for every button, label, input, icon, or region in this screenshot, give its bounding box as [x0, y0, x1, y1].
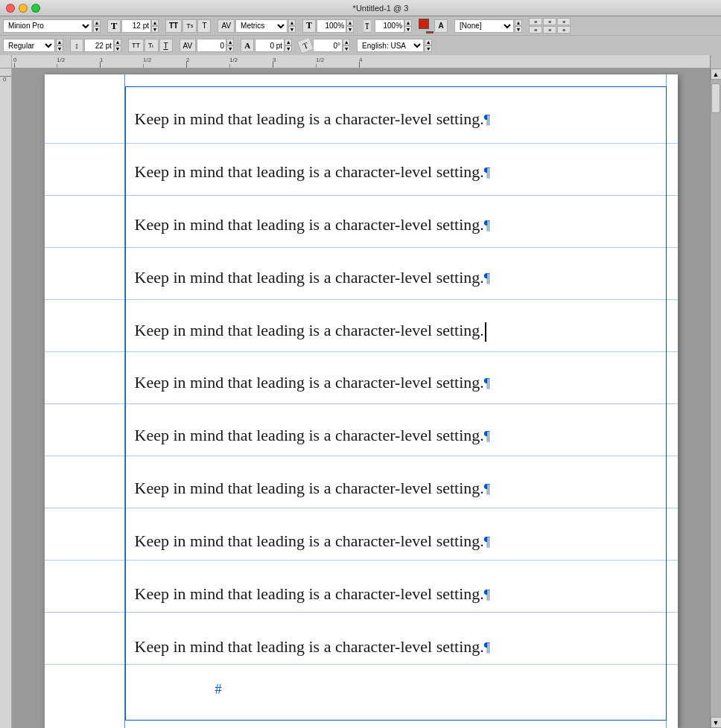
font-family-spinner[interactable]: ▲ ▼	[93, 19, 101, 33]
text-frame[interactable]: Keep in mind that leading is a character…	[125, 86, 667, 721]
align-justify3-button[interactable]: ≡	[557, 26, 571, 33]
hscale-input[interactable]	[317, 19, 346, 33]
scroll-down-button[interactable]: ▼	[711, 717, 722, 728]
leading-icon: ↕	[70, 39, 83, 52]
text-line-3: Keep in mind that leading is a character…	[135, 199, 657, 252]
minimize-button[interactable]	[19, 4, 28, 13]
kerning-input-group: ▲ ▼	[197, 39, 234, 52]
rotation-down[interactable]: ▼	[343, 45, 350, 52]
language-select[interactable]: English: USA	[357, 39, 424, 52]
align-left-button[interactable]: ≡	[529, 18, 542, 25]
text-content: Keep in mind that leading is a character…	[126, 87, 666, 680]
font-style-select[interactable]: Regular	[3, 39, 55, 52]
window-controls[interactable]	[6, 4, 40, 13]
av-kerning-button[interactable]: AV	[180, 39, 197, 52]
kerning-input[interactable]	[197, 39, 226, 52]
leading-up[interactable]: ▲	[114, 39, 121, 45]
vscale-down[interactable]: ▼	[404, 26, 412, 33]
vscale-up[interactable]: ▲	[404, 19, 412, 26]
font-size-input[interactable]	[121, 19, 151, 33]
vscale-input-group: ▲ ▼	[375, 19, 412, 33]
pilcrow-3: ¶	[484, 218, 490, 233]
font-size-up[interactable]: ▲	[151, 19, 159, 26]
rotation-up[interactable]: ▲	[343, 39, 350, 45]
all-caps-button[interactable]: TT	[128, 39, 144, 52]
font-size-spinner[interactable]: ▲ ▼	[151, 19, 159, 33]
baseline-group: A ▲ ▼	[241, 37, 296, 54]
kerning-down[interactable]: ▼	[226, 45, 234, 52]
rotation-icon: T	[297, 36, 314, 54]
ruler-right-spacer	[710, 55, 721, 68]
kerning-spinner[interactable]: ▲ ▼	[226, 39, 234, 52]
none-spinner[interactable]: ▲ ▼	[515, 19, 522, 33]
leading-spinner[interactable]: ▲ ▼	[114, 39, 121, 52]
align-center-button[interactable]: ≡	[543, 18, 556, 25]
toolbar-row1: Minion Pro ▲ ▼ T ▲ ▼ TT Ts T AV Metrics …	[0, 16, 721, 36]
maximize-button[interactable]	[31, 4, 40, 13]
leading-input-group: ▲ ▼	[84, 39, 121, 52]
text-line-5: Keep in mind that leading is a character…	[135, 304, 657, 357]
text-line-10: Keep in mind that leading is a character…	[135, 568, 657, 621]
language-group: English: USA ▲ ▼	[357, 37, 436, 54]
close-button[interactable]	[6, 4, 15, 13]
style-spinner[interactable]: ▲ ▼	[56, 39, 63, 52]
leading-down[interactable]: ▼	[114, 45, 121, 52]
rotation-input[interactable]	[313, 39, 343, 52]
horizontal-ruler: 0 1/2 1 1/2 2 1/2 3 1/2 4	[12, 55, 710, 68]
metrics-down[interactable]: ▼	[288, 26, 296, 33]
rotation-group: T ▲ ▼	[299, 37, 354, 54]
none-down[interactable]: ▼	[515, 26, 522, 33]
pilcrow-7: ¶	[484, 429, 490, 444]
metrics-select[interactable]: Metrics	[235, 19, 288, 33]
lang-down[interactable]: ▼	[425, 45, 432, 52]
hscale-up[interactable]: ▲	[346, 19, 354, 26]
baseline-up[interactable]: ▲	[285, 39, 292, 45]
font-family-up[interactable]: ▲	[93, 19, 101, 26]
scroll-thumb[interactable]	[711, 83, 720, 113]
metrics-spinner[interactable]: ▲ ▼	[288, 19, 296, 33]
font-family-down[interactable]: ▼	[93, 26, 101, 33]
vscale-spinner[interactable]: ▲ ▼	[404, 19, 412, 33]
metrics-up[interactable]: ▲	[288, 19, 296, 26]
style-down[interactable]: ▼	[56, 45, 63, 52]
none-up[interactable]: ▲	[515, 19, 522, 26]
hscale-down[interactable]: ▼	[346, 26, 354, 33]
fill-color-indicator[interactable]	[419, 19, 433, 33]
baseline-input-group: ▲ ▼	[255, 39, 292, 52]
baseline-down[interactable]: ▼	[285, 45, 292, 52]
baseline-spinner[interactable]: ▲ ▼	[285, 39, 292, 52]
lang-spinner[interactable]: ▲ ▼	[425, 39, 432, 52]
align-justify2-button[interactable]: ≡	[543, 26, 556, 33]
font-size-down[interactable]: ▼	[151, 26, 159, 33]
vertical-scrollbar[interactable]: ▲ ▼	[710, 68, 721, 728]
none-group: [None] ▲ ▼	[454, 18, 526, 34]
style-up[interactable]: ▲	[56, 39, 63, 45]
vscale-input[interactable]	[375, 19, 404, 33]
kerning-up[interactable]: ▲	[226, 39, 234, 45]
av-button[interactable]: AV	[217, 19, 235, 33]
kerning-group: AV ▲ ▼	[180, 37, 238, 54]
none-select[interactable]: [None]	[454, 19, 514, 33]
align-right-button[interactable]: ≡	[557, 18, 571, 25]
leading-input[interactable]	[84, 39, 114, 52]
align-justify-button[interactable]: ≡	[529, 26, 542, 33]
hscale-spinner[interactable]: ▲ ▼	[346, 19, 354, 33]
tt-button[interactable]: TT	[165, 19, 182, 33]
scroll-up-button[interactable]: ▲	[711, 68, 722, 80]
text-line-8: Keep in mind that leading is a character…	[135, 462, 657, 515]
t-plain-button[interactable]: T	[197, 19, 211, 33]
font-style-select-group: Regular ▲ ▼	[3, 37, 67, 54]
baseline-input[interactable]	[255, 39, 285, 52]
lang-up[interactable]: ▲	[425, 39, 432, 45]
rotation-spinner[interactable]: ▲ ▼	[343, 39, 350, 52]
underline-button[interactable]: T	[159, 39, 173, 52]
font-family-select[interactable]: Minion Pro	[3, 19, 92, 33]
small-caps-button[interactable]: Tₜ	[144, 39, 159, 52]
toolbar-row2: Regular ▲ ▼ ↕ ▲ ▼ TT Tₜ T AV ▲ ▼	[0, 36, 721, 55]
hscale-group: T ▲ ▼	[302, 18, 358, 34]
text-line-2: Keep in mind that leading is a character…	[135, 146, 657, 199]
a-color-button[interactable]: A	[434, 19, 448, 33]
font-type-group: T ▲ ▼	[107, 18, 162, 34]
scroll-track[interactable]	[711, 80, 721, 717]
t-superscript-button[interactable]: Ts	[182, 19, 197, 33]
